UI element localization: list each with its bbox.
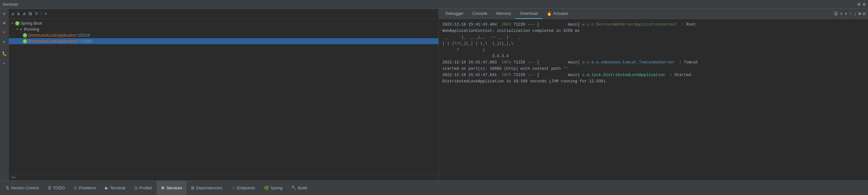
log-line-1: 2022-12-16 15:41:43.464 INFO 71226 --- [… xyxy=(442,22,865,28)
todo-icon: ☰ xyxy=(48,186,52,190)
settings-side-icon[interactable]: ⚙ xyxy=(1,20,8,27)
menu-icon[interactable]: ☰ xyxy=(834,11,838,17)
tree-item-spring-boot[interactable]: ▾ S Spring Boot xyxy=(9,20,438,26)
bottom-tab-build[interactable]: 🔨 Build xyxy=(287,181,312,195)
log-line-2: WebApplicationContext: initialization co… xyxy=(442,28,865,34)
problems-icon: ⚠ xyxy=(73,186,77,190)
services-label: Services xyxy=(166,186,182,190)
tab-overhead[interactable]: Overhead xyxy=(516,9,542,19)
add-icon[interactable]: + xyxy=(44,11,48,17)
log-line-ascii1: _ |_ _ _|_. --- _ | _ xyxy=(442,34,865,40)
tree-area: ▾ S Spring Boot ▾ ▶ Running S Distribute… xyxy=(9,19,438,174)
app2-spring-icon: S xyxy=(23,39,27,43)
dependencies-icon: ⊞ xyxy=(191,186,194,190)
tab-memory[interactable]: Memory xyxy=(492,9,516,19)
build-icon: 🔨 xyxy=(291,186,297,190)
console-toolbar-icons: ☰ ⬇ ⬆ ↑ ↓ ⊞ ⊟ xyxy=(834,11,866,17)
tree-item-app2[interactable]: S DistributedLockApplication2 :10086/ xyxy=(9,38,438,44)
settings-icon-2[interactable]: ⚙ xyxy=(863,2,866,7)
terminal-icon: ▶ xyxy=(105,186,108,190)
bottom-tab-services[interactable]: ⚙ Services xyxy=(157,181,187,195)
dependencies-label: Dependencies xyxy=(196,186,222,190)
dn-icon[interactable]: ↓ xyxy=(854,11,856,17)
spring-boot-label: Spring Boot xyxy=(21,21,42,26)
tab-debugger[interactable]: Debugger xyxy=(441,9,468,19)
app2-port: :10086/ xyxy=(79,39,92,43)
bottom-tab-version-control[interactable]: ⇅ Version Control xyxy=(1,181,43,195)
problems-label: Problems xyxy=(79,186,96,190)
log-line-4: started on port(s): 10086 (http) with co… xyxy=(442,66,865,72)
bottom-tab-problems[interactable]: ⚠ Problems xyxy=(69,181,101,195)
sidebar-toolbar: ↺ ⇅ ⇵ ⧉ ▽ + xyxy=(9,9,438,19)
bottom-tab-profiler[interactable]: ◷ Profiler xyxy=(130,181,157,195)
log-line-6: DistributedLockApplication in 10.168 sec… xyxy=(442,78,865,85)
stop-icon[interactable]: ■ xyxy=(1,29,8,36)
tree-item-app1[interactable]: S DistributedLockApplication :10010/ xyxy=(9,32,438,38)
log-line-version: 3.4.3.4 xyxy=(442,53,865,59)
app1-spring-icon: S xyxy=(23,33,27,37)
top-bar-title: Services xyxy=(2,2,18,7)
bottom-tab-dependencies[interactable]: ⊞ Dependencies xyxy=(187,181,227,195)
group-icon[interactable]: ⧉ xyxy=(28,11,32,17)
debug-icon[interactable]: 🐛 xyxy=(1,50,8,57)
tree-item-running[interactable]: ▾ ▶ Running xyxy=(9,26,438,32)
up-icon[interactable]: ↑ xyxy=(849,11,851,17)
endpoints-label: Endpoints xyxy=(237,186,255,190)
app1-port: :10010/ xyxy=(76,33,90,37)
running-label: Running xyxy=(24,27,39,32)
top-bar: Services ⚙ ⚙ xyxy=(0,0,868,9)
spring-label: Spring xyxy=(271,186,282,190)
settings-icon-1[interactable]: ⚙ xyxy=(858,2,860,7)
tab-console[interactable]: Console xyxy=(468,9,492,19)
spring-boot-icon: S xyxy=(15,21,20,26)
build-label: Build xyxy=(298,186,307,190)
console-output: 2022-12-16 15:41:43.464 INFO 71226 --- [… xyxy=(439,19,868,181)
version-control-icon: ⇅ xyxy=(6,186,9,190)
log-line-ascii3: / | xyxy=(442,47,865,53)
tab-actuator[interactable]: 🔥Actuator xyxy=(542,9,572,19)
top-bar-icons: ⚙ ⚙ xyxy=(858,2,866,7)
endpoints-icon: → xyxy=(231,186,235,190)
log-line-5: 2022-12-16 15:41:47.841 INFO 71226 --- [… xyxy=(442,72,865,78)
todo-label: TODO xyxy=(53,186,65,190)
paint-icon[interactable]: ✏ xyxy=(1,60,8,67)
bottom-tab-endpoints[interactable]: → Endpoints xyxy=(227,181,259,195)
filter-icon[interactable]: ⇵ xyxy=(23,10,26,17)
log-line-3: 2022-12-16 15:41:47.803 INFO 71226 --- [… xyxy=(442,59,865,66)
terminal-label: Terminal xyxy=(110,186,125,190)
profiler-label: Profiler xyxy=(139,186,152,190)
services-active-icon: ⚙ xyxy=(161,186,165,190)
wrap-icon[interactable]: ⊞ xyxy=(858,11,861,17)
arrow-running: ▾ xyxy=(17,28,20,31)
filter2-icon[interactable]: ▽ xyxy=(34,10,38,17)
play-side-icon[interactable]: ▶ xyxy=(1,38,8,45)
left-side-panel: ↺ ⚙ ■ ▶ 🐛 ✏ xyxy=(0,9,9,181)
spring-bottom-icon: 🌿 xyxy=(264,186,269,190)
version-control-label: Version Control xyxy=(11,186,39,190)
refresh-icon[interactable]: ↺ xyxy=(1,10,8,17)
sidebar: ↺ ⇅ ⇵ ⧉ ▽ + ▾ S Spring Boot ▾ ▶ Running xyxy=(9,9,439,181)
bottom-bar: ⇅ Version Control ☰ TODO ⚠ Problems ▶ Te… xyxy=(0,181,868,195)
bottom-tab-terminal[interactable]: ▶ Terminal xyxy=(101,181,130,195)
console-area: Debugger Console Memory Overhead 🔥Actuat… xyxy=(439,9,868,181)
dl-icon[interactable]: ⬇ xyxy=(840,11,842,17)
log-line-ascii2: | | |\/|_)(_| | |_\ |_)||_|_\ xyxy=(442,40,865,47)
app2-label: DistributedLockApplication2 xyxy=(28,39,79,43)
unwrap-icon[interactable]: ⊟ xyxy=(863,11,866,17)
run-icon: ▶ xyxy=(20,27,23,31)
bottom-expand[interactable]: >> xyxy=(9,174,438,181)
ul-icon[interactable]: ⬆ xyxy=(845,11,847,17)
bottom-tab-spring[interactable]: 🌿 Spring xyxy=(259,181,287,195)
sort-icon[interactable]: ⇅ xyxy=(17,10,20,17)
console-tabs-bar: Debugger Console Memory Overhead 🔥Actuat… xyxy=(439,9,868,19)
app1-label: DistributedLockApplication xyxy=(28,33,76,37)
refresh-toolbar-icon[interactable]: ↺ xyxy=(11,10,14,17)
bottom-tab-todo[interactable]: ☰ TODO xyxy=(43,181,69,195)
arrow-spring-boot: ▾ xyxy=(11,22,15,25)
profiler-icon: ◷ xyxy=(134,186,137,190)
